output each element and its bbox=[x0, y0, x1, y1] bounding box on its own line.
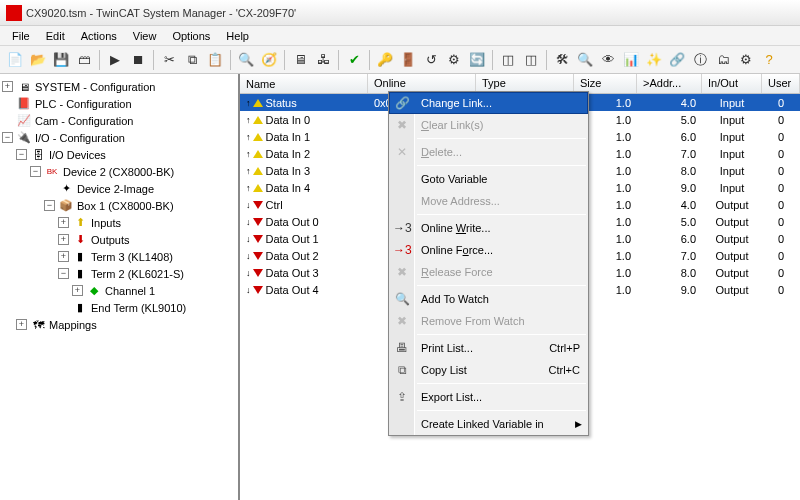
tree-device2[interactable]: −BKDevice 2 (CX8000-BK) bbox=[2, 163, 236, 180]
tree-endterm[interactable]: ▮End Term (KL9010) bbox=[2, 299, 236, 316]
tool-find-icon[interactable]: 🔍 bbox=[235, 49, 257, 71]
expander-icon[interactable]: − bbox=[58, 268, 69, 279]
ctx-goto-variable[interactable]: Goto Variable bbox=[389, 168, 588, 190]
input-var-icon bbox=[253, 167, 263, 175]
tool-wand-icon[interactable]: ✨ bbox=[643, 49, 665, 71]
tool-watch-icon[interactable]: 👁 bbox=[597, 49, 619, 71]
tool-reload-icon[interactable]: 🔄 bbox=[466, 49, 488, 71]
expander-icon[interactable]: + bbox=[58, 217, 69, 228]
tool-target-icon[interactable]: 🖧 bbox=[312, 49, 334, 71]
output-arrow-icon: ↓ bbox=[246, 200, 251, 210]
tool-link-icon[interactable]: 🔗 bbox=[666, 49, 688, 71]
ctx-label: Add To Watch bbox=[421, 293, 489, 305]
tree-outputs[interactable]: +⬇Outputs bbox=[2, 231, 236, 248]
tool-logout-icon[interactable]: 🚪 bbox=[397, 49, 419, 71]
ctx-online-write[interactable]: →3Online Write... bbox=[389, 217, 588, 239]
ctx-online-force[interactable]: →3Online Force... bbox=[389, 239, 588, 261]
col-user[interactable]: User bbox=[762, 74, 800, 93]
col-io[interactable]: In/Out bbox=[702, 74, 762, 93]
tree-plc-config[interactable]: 📕PLC - Configuration bbox=[2, 95, 236, 112]
ctx-label: Change Link... bbox=[421, 97, 492, 109]
tool-saveall-icon[interactable]: 🗃 bbox=[73, 49, 95, 71]
tool-scope-icon[interactable]: 📊 bbox=[620, 49, 642, 71]
menu-file[interactable]: File bbox=[4, 28, 38, 44]
cell-io: Output bbox=[702, 233, 762, 245]
tree-inputs[interactable]: +⬆Inputs bbox=[2, 214, 236, 231]
tool-run-icon[interactable]: ▶ bbox=[104, 49, 126, 71]
ctx-print-list[interactable]: 🖶Print List...Ctrl+P bbox=[389, 337, 588, 359]
tool-box1-icon[interactable]: ◫ bbox=[497, 49, 519, 71]
expander-icon[interactable]: − bbox=[44, 200, 55, 211]
tool-device-icon[interactable]: 🖥 bbox=[289, 49, 311, 71]
tree-channel1[interactable]: +◆Channel 1 bbox=[2, 282, 236, 299]
input-var-icon bbox=[253, 116, 263, 124]
tree-cam-config[interactable]: 📈Cam - Configuration bbox=[2, 112, 236, 129]
tool-reset-icon[interactable]: ↺ bbox=[420, 49, 442, 71]
plc-icon: 📕 bbox=[16, 97, 32, 111]
input-var-icon bbox=[253, 99, 263, 107]
tree-io-devices[interactable]: −🗄I/O Devices bbox=[2, 146, 236, 163]
menu-help[interactable]: Help bbox=[218, 28, 257, 44]
tool-cut-icon[interactable]: ✂ bbox=[158, 49, 180, 71]
menu-edit[interactable]: Edit bbox=[38, 28, 73, 44]
link-icon: 🔗 bbox=[393, 96, 411, 110]
io-icon: 🔌 bbox=[16, 131, 32, 145]
var-name: Data Out 4 bbox=[266, 284, 319, 296]
ctx-create-linked[interactable]: Create Linked Variable in▶ bbox=[389, 413, 588, 435]
tool-save-icon[interactable]: 💾 bbox=[50, 49, 72, 71]
cell-user: 0 bbox=[762, 131, 800, 143]
tool-ads-icon[interactable]: ⚙ bbox=[443, 49, 465, 71]
tool-paste-icon[interactable]: 📋 bbox=[204, 49, 226, 71]
expander-icon[interactable]: + bbox=[16, 319, 27, 330]
ctx-label: Export List... bbox=[421, 391, 482, 403]
tree-box1[interactable]: −📦Box 1 (CX8000-BK) bbox=[2, 197, 236, 214]
expander-icon[interactable]: + bbox=[58, 251, 69, 262]
tool-nav-icon[interactable]: 🧭 bbox=[258, 49, 280, 71]
menu-options[interactable]: Options bbox=[164, 28, 218, 44]
box-icon: 📦 bbox=[58, 199, 74, 213]
expander-icon[interactable]: − bbox=[16, 149, 27, 160]
tool-conf-icon[interactable]: ⚙ bbox=[735, 49, 757, 71]
menu-view[interactable]: View bbox=[125, 28, 165, 44]
tree-term3[interactable]: +▮Term 3 (KL1408) bbox=[2, 248, 236, 265]
ctx-move-address: Move Address... bbox=[389, 190, 588, 212]
col-name[interactable]: Name bbox=[240, 74, 368, 93]
tool-help-icon[interactable]: ? bbox=[758, 49, 780, 71]
expander-icon[interactable]: + bbox=[58, 234, 69, 245]
tool-search-icon[interactable]: 🔍 bbox=[574, 49, 596, 71]
tree-mappings[interactable]: +🗺Mappings bbox=[2, 316, 236, 333]
ctx-export-list[interactable]: ⇪Export List... bbox=[389, 386, 588, 408]
tree-panel[interactable]: +🖥SYSTEM - Configuration 📕PLC - Configur… bbox=[0, 74, 240, 500]
ctx-copy-list[interactable]: ⧉Copy ListCtrl+C bbox=[389, 359, 588, 381]
ctx-label: Release Force bbox=[421, 266, 493, 278]
tool-stop-icon[interactable]: ⏹ bbox=[127, 49, 149, 71]
tree-term2[interactable]: −▮Term 2 (KL6021-S) bbox=[2, 265, 236, 282]
tree-label: Channel 1 bbox=[105, 285, 155, 297]
output-arrow-icon: ↓ bbox=[246, 285, 251, 295]
tool-map-icon[interactable]: 🗂 bbox=[712, 49, 734, 71]
tool-build-icon[interactable]: 🛠 bbox=[551, 49, 573, 71]
cell-addr: 9.0 bbox=[637, 182, 702, 194]
output-var-icon bbox=[253, 218, 263, 226]
tree-device2-image[interactable]: ✦Device 2-Image bbox=[2, 180, 236, 197]
tool-login-icon[interactable]: 🔑 bbox=[374, 49, 396, 71]
expander-icon[interactable]: − bbox=[30, 166, 41, 177]
cell-io: Input bbox=[702, 182, 762, 194]
tool-open-icon[interactable]: 📂 bbox=[27, 49, 49, 71]
tree-io-config[interactable]: −🔌I/O - Configuration bbox=[2, 129, 236, 146]
col-addr[interactable]: >Addr... bbox=[637, 74, 702, 93]
tool-copy-icon[interactable]: ⧉ bbox=[181, 49, 203, 71]
tree-system-config[interactable]: +🖥SYSTEM - Configuration bbox=[2, 78, 236, 95]
tool-iq-icon[interactable]: ⓘ bbox=[689, 49, 711, 71]
menu-actions[interactable]: Actions bbox=[73, 28, 125, 44]
expander-icon[interactable]: + bbox=[2, 81, 13, 92]
tree-label: I/O - Configuration bbox=[35, 132, 125, 144]
expander-icon[interactable]: − bbox=[2, 132, 13, 143]
expander-icon[interactable]: + bbox=[72, 285, 83, 296]
ctx-change-link[interactable]: 🔗Change Link... bbox=[389, 92, 588, 114]
tool-new-icon[interactable]: 📄 bbox=[4, 49, 26, 71]
inputs-icon: ⬆ bbox=[72, 216, 88, 230]
tool-check-icon[interactable]: ✔ bbox=[343, 49, 365, 71]
ctx-add-watch[interactable]: 🔍Add To Watch bbox=[389, 288, 588, 310]
tool-box2-icon[interactable]: ◫ bbox=[520, 49, 542, 71]
